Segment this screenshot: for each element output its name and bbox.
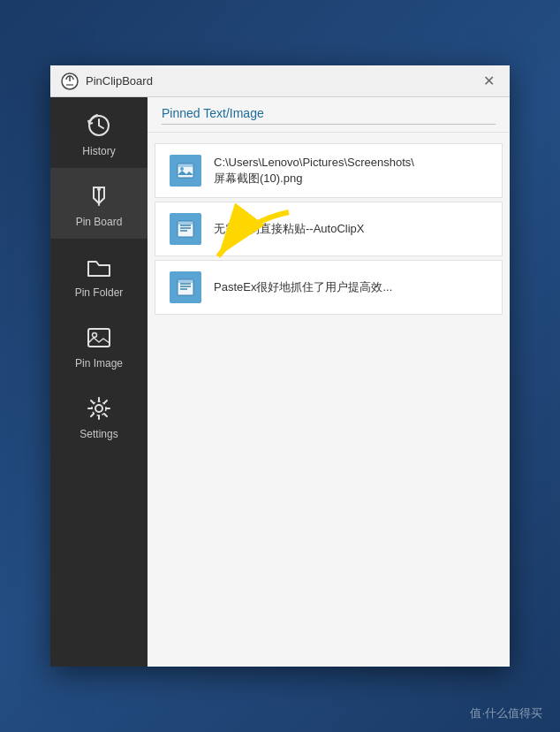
sidebar-label-pinboard: Pin Board — [76, 216, 123, 228]
text-file-icon-2 — [170, 271, 201, 303]
sidebar-label-pinfolder: Pin Folder — [75, 286, 124, 299]
panel-content: C:\Users\Lenovo\Pictures\Screenshots\屏幕截… — [148, 133, 510, 667]
pinned-item-3[interactable]: PasteEx很好地抓住了用户提高效... — [155, 260, 503, 315]
settings-icon — [85, 394, 113, 423]
content-area: History Pin Board Pin Folder — [50, 97, 510, 667]
pinfolder-icon — [85, 253, 113, 281]
svg-point-7 — [93, 333, 97, 338]
title-bar: PinClipBoard ✕ — [50, 65, 510, 97]
title-bar-left: PinClipBoard — [61, 72, 153, 90]
panel-header: Pinned Text/Image — [148, 97, 510, 133]
sidebar-label-pinimage: Pin Image — [75, 357, 123, 370]
pinned-item-1[interactable]: C:\Users\Lenovo\Pictures\Screenshots\屏幕截… — [155, 143, 503, 198]
sidebar-item-pinfolder[interactable]: Pin Folder — [50, 239, 148, 309]
item-3-text: PasteEx很好地抓住了用户提高效... — [214, 279, 392, 295]
sidebar: History Pin Board Pin Folder — [50, 97, 148, 667]
window-title: PinClipBoard — [86, 74, 153, 88]
item-1-text: C:\Users\Lenovo\Pictures\Screenshots\屏幕截… — [214, 155, 414, 187]
sidebar-item-history[interactable]: History — [50, 97, 148, 168]
history-icon — [85, 111, 113, 140]
svg-rect-14 — [178, 164, 193, 167]
pinboard-icon — [85, 182, 113, 210]
svg-point-13 — [180, 167, 184, 171]
sidebar-item-pinimage[interactable]: Pin Image — [50, 309, 148, 380]
watermark: 值·什么值得买 — [470, 705, 542, 721]
app-window: PinClipBoard ✕ History — [50, 65, 510, 667]
main-panel: Pinned Text/Image — [148, 97, 510, 667]
svg-rect-26 — [178, 279, 193, 283]
sidebar-label-settings: Settings — [79, 428, 117, 440]
panel-title: Pinned Text/Image — [162, 106, 496, 120]
app-icon — [61, 72, 79, 90]
svg-point-8 — [95, 405, 102, 412]
sidebar-item-pinboard[interactable]: Pin Board — [50, 168, 148, 239]
pinned-item-2[interactable]: 无需复制直接粘贴--AutoClipX — [155, 202, 503, 256]
text-file-icon-1 — [170, 213, 201, 245]
item-2-text: 无需复制直接粘贴--AutoClipX — [214, 221, 364, 237]
image-file-icon — [170, 155, 201, 187]
sidebar-item-settings[interactable]: Settings — [50, 380, 148, 451]
svg-point-5 — [97, 187, 101, 191]
svg-rect-6 — [88, 329, 110, 347]
svg-point-9 — [92, 401, 106, 416]
panel-divider — [162, 124, 496, 125]
pinimage-icon — [85, 324, 113, 352]
sidebar-label-history: History — [82, 145, 115, 157]
close-button[interactable]: ✕ — [478, 71, 499, 92]
svg-rect-20 — [178, 221, 193, 225]
